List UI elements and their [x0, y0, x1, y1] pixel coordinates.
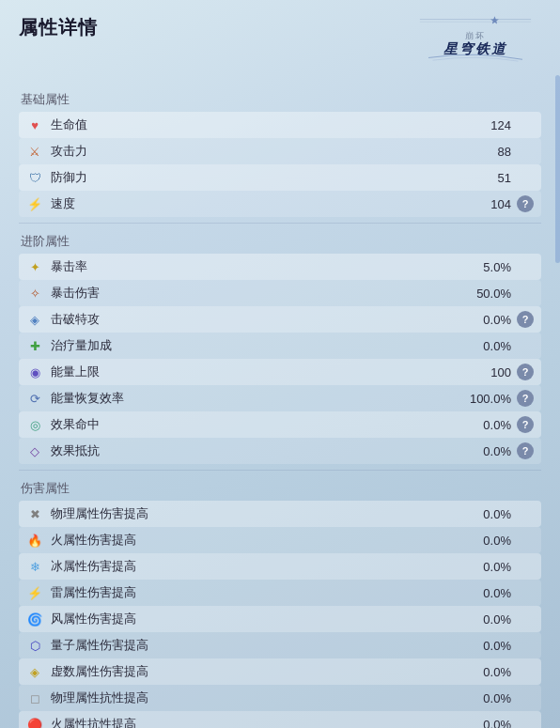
attr-name-hp: 生命值 — [51, 116, 455, 133]
attr-value-phys-dmg: 0.0% — [455, 507, 511, 521]
attr-name-imaginary-dmg: 虚数属性伤害提高 — [51, 663, 455, 680]
energy-regen-icon: ⟳ — [26, 390, 43, 407]
attr-name-break: 击破特攻 — [51, 311, 455, 328]
advanced-attributes-list: ✦暴击率5.0%✧暴击伤害50.0%◈击破特攻0.0%?✚治疗量加成0.0%◉能… — [19, 254, 541, 464]
logo-area: 崩坏 星穹铁道 — [419, 15, 541, 67]
attr-value-crit-rate: 5.0% — [455, 260, 511, 274]
attr-row-effect-res: ◇效果抵抗0.0%? — [19, 438, 541, 464]
attr-value-crit-dmg: 50.0% — [455, 287, 511, 301]
attr-row-effect-hit: ◎效果命中0.0%? — [19, 411, 541, 438]
attr-row-hp: ♥生命值124 — [19, 112, 541, 138]
attr-row-energy-max: ◉能量上限100? — [19, 359, 541, 385]
attr-name-phys-res: 物理属性抗性提高 — [51, 689, 455, 706]
crit-dmg-icon: ✧ — [26, 285, 43, 302]
heal-icon: ✚ — [26, 337, 43, 354]
page-header: 属性详情 崩坏 星穹铁道 — [19, 15, 541, 67]
attr-name-phys-dmg: 物理属性伤害提高 — [51, 505, 455, 522]
attr-row-heal: ✚治疗量加成0.0% — [19, 333, 541, 359]
attr-row-def: 🛡防御力51 — [19, 164, 541, 191]
page-title: 属性详情 — [19, 15, 98, 40]
basic-section-header: 基础属性 — [19, 91, 541, 108]
ice-dmg-icon: ❄ — [26, 558, 43, 575]
attr-row-phys-res: ◻物理属性抗性提高0.0% — [19, 685, 541, 711]
attr-value-atk: 88 — [455, 145, 511, 159]
attr-value-energy-max: 100 — [455, 365, 511, 379]
attr-value-effect-res: 0.0% — [455, 444, 511, 458]
attr-row-ice-dmg: ❄冰属性伤害提高0.0% — [19, 553, 541, 580]
attr-name-heal: 治疗量加成 — [51, 337, 455, 354]
attr-value-energy-regen: 100.0% — [455, 392, 511, 406]
attr-name-energy-regen: 能量恢复效率 — [51, 390, 455, 407]
attr-value-phys-res: 0.0% — [455, 691, 511, 705]
attr-row-crit-rate: ✦暴击率5.0% — [19, 254, 541, 280]
help-icon-spd[interactable]: ? — [517, 195, 534, 212]
attr-value-break: 0.0% — [455, 313, 511, 327]
attr-name-wind-dmg: 风属性伤害提高 — [51, 611, 455, 627]
attr-name-effect-hit: 效果命中 — [51, 416, 455, 433]
quantum-dmg-icon: ⬡ — [26, 637, 43, 654]
attr-name-def: 防御力 — [51, 169, 455, 186]
divider-2 — [19, 470, 541, 471]
attr-value-fire-dmg: 0.0% — [455, 534, 511, 548]
attr-name-quantum-dmg: 量子属性伤害提高 — [51, 637, 455, 654]
damage-section-header: 伤害属性 — [19, 480, 541, 497]
basic-attributes-list: ♥生命值124⚔攻击力88🛡防御力51⚡速度104? — [19, 112, 541, 217]
attr-name-crit-dmg: 暴击伤害 — [51, 285, 455, 302]
attr-row-energy-regen: ⟳能量恢复效率100.0%? — [19, 385, 541, 411]
attr-row-break: ◈击破特攻0.0%? — [19, 306, 541, 333]
help-icon-effect-res[interactable]: ? — [517, 442, 534, 459]
help-icon-energy-regen[interactable]: ? — [517, 390, 534, 407]
svg-marker-2 — [490, 16, 499, 23]
attr-name-fire-res: 火属性抗性提高 — [51, 716, 455, 728]
advanced-section-header: 进阶属性 — [19, 233, 541, 250]
attr-value-heal: 0.0% — [455, 339, 511, 353]
attr-value-effect-hit: 0.0% — [455, 418, 511, 432]
attr-value-hp: 124 — [455, 118, 511, 132]
crit-rate-icon: ✦ — [26, 258, 43, 275]
attr-row-phys-dmg: ✖物理属性伤害提高0.0% — [19, 501, 541, 527]
attr-row-fire-res: 🔴火属性抗性提高0.0% — [19, 711, 541, 728]
attr-row-atk: ⚔攻击力88 — [19, 138, 541, 164]
attr-value-wind-dmg: 0.0% — [455, 612, 511, 627]
break-icon: ◈ — [26, 311, 43, 328]
help-icon-effect-hit[interactable]: ? — [517, 416, 534, 433]
hp-icon: ♥ — [26, 116, 43, 133]
divider-1 — [19, 223, 541, 224]
phys-res-icon: ◻ — [26, 689, 43, 706]
attr-row-spd: ⚡速度104? — [19, 191, 541, 217]
attr-name-crit-rate: 暴击率 — [51, 258, 455, 275]
wind-dmg-icon: 🌀 — [26, 611, 43, 627]
svg-text:崩坏: 崩坏 — [465, 31, 486, 40]
thunder-dmg-icon: ⚡ — [26, 584, 43, 601]
imaginary-dmg-icon: ◈ — [26, 663, 43, 680]
phys-dmg-icon: ✖ — [26, 505, 43, 522]
attr-value-spd: 104 — [455, 197, 511, 211]
attr-row-quantum-dmg: ⬡量子属性伤害提高0.0% — [19, 632, 541, 658]
attributes-scroll-area[interactable]: 基础属性 ♥生命值124⚔攻击力88🛡防御力51⚡速度104? 进阶属性 ✦暴击… — [19, 82, 541, 728]
attr-name-spd: 速度 — [51, 195, 455, 212]
atk-icon: ⚔ — [26, 143, 43, 160]
attr-name-energy-max: 能量上限 — [51, 364, 455, 380]
attr-row-crit-dmg: ✧暴击伤害50.0% — [19, 280, 541, 306]
help-icon-break[interactable]: ? — [517, 311, 534, 328]
attr-value-imaginary-dmg: 0.0% — [455, 665, 511, 679]
attr-name-atk: 攻击力 — [51, 143, 455, 160]
def-icon: 🛡 — [26, 169, 43, 186]
attr-row-imaginary-dmg: ◈虚数属性伤害提高0.0% — [19, 658, 541, 685]
attr-row-wind-dmg: 🌀风属性伤害提高0.0% — [19, 606, 541, 632]
svg-text:星穹铁道: 星穹铁道 — [443, 41, 506, 56]
fire-res-icon: 🔴 — [26, 716, 43, 728]
attr-row-fire-dmg: 🔥火属性伤害提高0.0% — [19, 527, 541, 553]
attr-name-effect-res: 效果抵抗 — [51, 442, 455, 459]
attr-name-thunder-dmg: 雷属性伤害提高 — [51, 584, 455, 601]
attr-value-quantum-dmg: 0.0% — [455, 639, 511, 653]
attr-value-thunder-dmg: 0.0% — [455, 586, 511, 600]
attr-value-def: 51 — [455, 171, 511, 185]
attr-row-thunder-dmg: ⚡雷属性伤害提高0.0% — [19, 580, 541, 606]
attr-name-ice-dmg: 冰属性伤害提高 — [51, 558, 455, 575]
effect-hit-icon: ◎ — [26, 416, 43, 433]
attr-value-fire-res: 0.0% — [455, 718, 511, 729]
help-icon-energy-max[interactable]: ? — [517, 364, 534, 380]
damage-attributes-list: ✖物理属性伤害提高0.0%🔥火属性伤害提高0.0%❄冰属性伤害提高0.0%⚡雷属… — [19, 501, 541, 728]
effect-res-icon: ◇ — [26, 442, 43, 459]
